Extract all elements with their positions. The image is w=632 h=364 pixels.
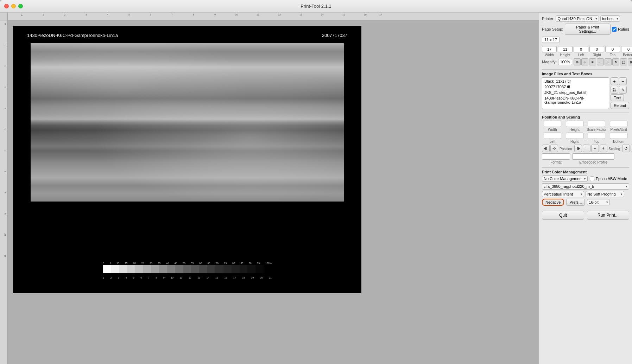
ps-pixels-input[interactable]: [610, 121, 627, 127]
step-wedge-cells: [103, 265, 272, 276]
file-list-controls: + − ⿻ ✎ Text Reload: [611, 77, 629, 109]
quit-button[interactable]: Quit: [542, 211, 584, 220]
magnify-grid-icon[interactable]: ⊞: [628, 58, 632, 65]
magnify-crosshair-icon[interactable]: ⊕: [574, 58, 581, 65]
ruler-horizontal: |0 1 2 3 4 5 6 7 8 9 10 11 12 13 14 15 1: [8, 13, 539, 20]
photo-bw: [31, 43, 344, 202]
height-field-group: Height: [558, 46, 573, 57]
position-move-icon[interactable]: ⊹: [550, 145, 558, 152]
edit-icon[interactable]: ✎: [619, 86, 627, 94]
magnify-display: 100%: [558, 59, 572, 65]
ruler-vtick-6: 6: [5, 150, 7, 151]
magnify-label: Magnify:: [542, 60, 557, 64]
color-mgmt-dropdown[interactable]: No Color Management: [542, 175, 588, 182]
printer-dropdown[interactable]: Quad1430-PiezoDN: [556, 15, 599, 22]
scaling-equal-icon[interactable]: =: [583, 145, 590, 152]
ruler-tick-11: 11: [257, 13, 259, 16]
left-input[interactable]: [574, 46, 588, 52]
ruler-tick-8: 8: [193, 13, 194, 16]
magnify-equal-icon[interactable]: =: [589, 58, 596, 65]
profile-dropdown[interactable]: clfa_3880_ragphotd220_m_b: [542, 183, 629, 190]
units-dropdown[interactable]: inches cm mm: [600, 15, 620, 22]
ps-left-input[interactable]: [544, 133, 561, 139]
rotate-ccw-icon[interactable]: ↺: [622, 145, 630, 152]
step-labels-top: 0 5 10 15 20 25 30 35 40 45 50 55: [103, 262, 272, 264]
color-mgmt-row1: No Color Management ▼ Epson ABW Mode: [542, 175, 629, 182]
bottom-field-group: Bottom: [621, 46, 632, 57]
ps-left-label: Left: [550, 140, 556, 143]
file-item-2[interactable]: JKS_21-step_pos_flat.tif: [543, 90, 608, 95]
run-print-button[interactable]: Run Print...: [587, 211, 629, 220]
main-content: |0 1 2 3 4 5 6 7 8 9 10 11 12 13 14 15 1: [0, 13, 632, 364]
file-item-3[interactable]: 1430PiezoDN-K6C-Pd-GampiTorinoko-Lin1a: [543, 95, 608, 105]
rulers-checkbox[interactable]: [612, 27, 617, 32]
format-input[interactable]: [542, 153, 570, 160]
reload-button[interactable]: Reload: [611, 102, 629, 109]
epson-abw-checkbox[interactable]: [590, 177, 594, 181]
copy-icon[interactable]: ⿻: [611, 86, 618, 94]
page-setup-row: Page Setup: Paper & Print Settings... Ru…: [542, 24, 629, 35]
bit-depth-dropdown[interactable]: 16-bit 8-bit: [587, 199, 610, 205]
embedded-input[interactable]: [572, 153, 614, 160]
magnify-plus-icon[interactable]: +: [605, 58, 612, 65]
prefs-button[interactable]: Prefs...: [566, 199, 585, 206]
ps-bottom-input[interactable]: [610, 133, 627, 139]
right-input[interactable]: [589, 46, 604, 52]
scaling-crosshair-icon[interactable]: ⊕: [574, 145, 582, 152]
magnify-minus-icon[interactable]: −: [597, 58, 604, 65]
bottom-label: Bottom: [623, 53, 632, 57]
ruler-vtick-11: 11: [4, 255, 6, 257]
minimize-button[interactable]: [11, 4, 16, 8]
height-input[interactable]: [558, 46, 573, 52]
intent-dropdown[interactable]: Perceptual Intent: [542, 191, 584, 197]
printer-dropdown-wrapper: Quad1430-PiezoDN ▼: [556, 15, 599, 22]
rotate-icons: ↺ ↻ Rotate: [622, 145, 632, 152]
width-label: Width: [545, 53, 554, 57]
top-input[interactable]: [605, 46, 620, 52]
pos-scale-fields-top: Width Height Scale Factor Pixels/Unit: [542, 121, 629, 132]
height-label: Height: [560, 53, 570, 57]
ps-top-input[interactable]: [588, 133, 605, 139]
position-crosshair-icon[interactable]: ⊕: [542, 145, 550, 152]
add-file-button[interactable]: +: [611, 77, 618, 85]
pos-scale-fields-bottom: Left Right Top Bottom: [542, 133, 629, 143]
ps-right-input[interactable]: [566, 133, 583, 139]
soft-proofing-dropdown[interactable]: No Soft Proofing: [586, 191, 624, 197]
ps-scale-input[interactable]: [588, 121, 605, 127]
profile-dropdown-wrapper: clfa_3880_ragphotd220_m_b ▼: [542, 183, 629, 190]
magnify-refresh-icon[interactable]: ↻: [612, 58, 619, 65]
add-remove-row: + −: [611, 77, 627, 85]
paper-print-settings-button[interactable]: Paper & Print Settings...: [565, 24, 611, 35]
remove-file-button[interactable]: −: [619, 77, 627, 85]
page-size-row: 11 x 17: [542, 37, 629, 44]
ruler-vtick-8: 8: [5, 192, 7, 193]
file-list: Black_11x17.tif 2007717037.tif JKS_21-st…: [542, 77, 609, 109]
rotate-cw-icon[interactable]: ↻: [631, 145, 632, 152]
position-label: Position: [560, 147, 572, 151]
ps-width-group: Width: [542, 121, 563, 132]
photo-area: [31, 43, 344, 202]
magnify-square-icon[interactable]: ▢: [620, 58, 627, 65]
scaling-minus-icon[interactable]: −: [591, 145, 599, 152]
text-button[interactable]: Text: [611, 94, 624, 101]
right-label: Right: [593, 53, 601, 57]
width-input[interactable]: [542, 46, 557, 52]
close-button[interactable]: [4, 4, 9, 8]
ps-height-input[interactable]: [566, 121, 583, 127]
maximize-button[interactable]: [18, 4, 23, 8]
scaling-plus-icon[interactable]: +: [600, 145, 607, 152]
embedded-label: Embedded Profile: [579, 160, 607, 164]
negative-button[interactable]: Negative: [542, 199, 564, 206]
bottom-input[interactable]: [621, 46, 632, 52]
ruler-tick-10: 10: [235, 13, 238, 16]
scaling-icons: ⊕ = − + Scaling: [574, 145, 620, 152]
file-item-1[interactable]: 2007717037.tif: [543, 84, 608, 90]
traffic-lights: [4, 4, 23, 8]
ps-right-label: Right: [570, 140, 579, 143]
intent-row: Perceptual Intent ▼ No Soft Proofing ▼: [542, 191, 629, 197]
format-group: Format: [542, 153, 570, 164]
ps-width-input[interactable]: [544, 121, 561, 127]
magnify-move-icon[interactable]: ⊹: [581, 58, 588, 65]
top-label: Top: [610, 53, 615, 57]
file-item-0[interactable]: Black_11x17.tif: [543, 78, 608, 84]
